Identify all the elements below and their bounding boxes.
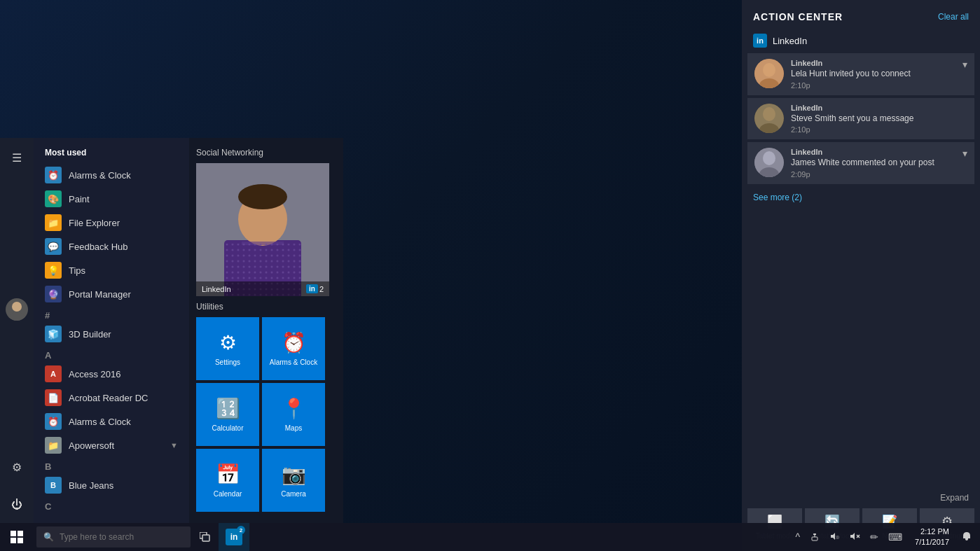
start-menu: ☰ ⚙ ⏻ Most used ⏰ Alarms & Clock 🎨 Paint… [0, 138, 343, 523]
linkedin-taskbar-button[interactable]: in 2 [219, 523, 249, 551]
notification-james[interactable]: LinkedIn James White commented on your p… [747, 142, 974, 184]
search-box[interactable]: 🔍 [36, 526, 191, 547]
maps-tile[interactable]: 📍 Maps [262, 383, 325, 446]
settings-tile-icon: ⚙ [219, 331, 237, 354]
tray-network-icon[interactable] [807, 530, 822, 545]
app-item-tips[interactable]: 💡 Tips [34, 258, 189, 282]
notif-expand-lela[interactable]: ▾ [962, 59, 967, 70]
app-item-portal-manager[interactable]: 🔮 Portal Manager [34, 282, 189, 306]
svg-point-17 [763, 151, 775, 165]
file-explorer-icon: 📁 [45, 214, 62, 231]
hamburger-menu-icon[interactable]: ☰ [4, 145, 29, 170]
app-item-alarms-clock-2[interactable]: ⏰ Alarms & Clock [34, 410, 189, 433]
notif-message-james: James White commented on your post [791, 158, 953, 169]
utilities-header: Utilities [196, 302, 336, 312]
user-avatar[interactable] [6, 298, 28, 321]
linkedin-in-icon: in [306, 284, 318, 293]
linkedin-social-tile[interactable]: LinkedIn in 2 [196, 163, 329, 296]
calculator-tile-label: Calculator [212, 424, 243, 432]
linkedin-taskbar-icon: in 2 [226, 529, 242, 545]
linkedin-group-label: LinkedIn [773, 36, 807, 46]
svg-rect-20 [18, 531, 23, 536]
action-center: ACTION CENTER Clear all in LinkedIn Link… [742, 0, 980, 551]
app-item-access-2016[interactable]: A Access 2016 [34, 362, 189, 386]
svg-point-6 [238, 184, 287, 209]
avatar-steve [754, 104, 784, 133]
svg-rect-25 [812, 537, 817, 540]
app-item-file-explorer[interactable]: 📁 File Explorer [34, 211, 189, 235]
alarms-tile[interactable]: ⏰ Alarms & Clock [262, 317, 325, 380]
app-item-paint[interactable]: 🎨 Paint [34, 187, 189, 211]
notification-steve[interactable]: LinkedIn Steve Smith sent you a message … [747, 98, 974, 140]
notif-time-lela: 2:10p [791, 81, 953, 90]
linkedin-group-header: in LinkedIn [742, 31, 980, 52]
svg-rect-21 [11, 538, 16, 543]
tray-keyboard-icon[interactable]: ⌨ [885, 530, 905, 544]
app-label-blue-jeans: Blue Jeans [69, 480, 113, 491]
apowersoft-expand-arrow: ▼ [170, 441, 178, 449]
notif-time-steve: 2:10p [791, 125, 967, 134]
social-networking-header: Social Networking [196, 148, 336, 158]
svg-marker-31 [850, 533, 855, 540]
tray-volume-icon[interactable]: ))) [827, 530, 842, 545]
notification-lela[interactable]: LinkedIn Lela Hunt invited you to connec… [747, 53, 974, 95]
app-item-acrobat[interactable]: 📄 Acrobat Reader DC [34, 386, 189, 410]
app-item-alarms-clock[interactable]: ⏰ Alarms & Clock [34, 163, 189, 187]
notification-tray-icon[interactable] [959, 530, 974, 545]
settings-tile[interactable]: ⚙ Settings [196, 317, 259, 380]
see-more-button[interactable]: See more (2) [742, 186, 980, 209]
alarms-clock-2-icon: ⏰ [45, 413, 62, 430]
task-view-button[interactable] [193, 523, 219, 551]
app-label-alarms-clock-2: Alarms & Clock [69, 417, 131, 427]
search-icon: 🔍 [43, 532, 54, 542]
power-sidebar-icon[interactable]: ⏻ [4, 492, 29, 517]
acrobat-icon: 📄 [45, 389, 62, 406]
notif-content-james: LinkedIn James White commented on your p… [791, 148, 953, 179]
system-tray: ^ ))) ✏ ⌨ 2:12 PM 7/11/ [792, 526, 980, 548]
svg-point-11 [763, 63, 775, 77]
notif-content-lela: LinkedIn Lela Hunt invited you to connec… [791, 59, 953, 90]
svg-rect-27 [813, 533, 816, 535]
notif-expand-james[interactable]: ▾ [962, 148, 967, 159]
notif-time-james: 2:09p [791, 170, 953, 179]
settings-sidebar-icon[interactable]: ⚙ [4, 454, 29, 480]
tray-chevron-icon[interactable]: ^ [792, 530, 803, 544]
start-button[interactable] [0, 523, 34, 551]
app-label-access-2016: Access 2016 [69, 369, 120, 379]
app-item-apowersoft[interactable]: 📁 Apowersoft ▼ [34, 433, 189, 457]
clock-time: 2:12 PM [915, 526, 949, 537]
taskbar: 🔍 in 2 ^ ))) [0, 523, 980, 551]
calculator-tile-icon: 🔢 [216, 397, 240, 420]
section-hash: # [34, 306, 189, 322]
app-label-file-explorer: File Explorer [69, 218, 120, 228]
blue-jeans-icon: B [45, 477, 62, 494]
calendar-tile[interactable]: 📅 Calendar [196, 449, 259, 512]
windows-logo-icon [11, 531, 23, 543]
app-label-alarms-clock: Alarms & Clock [69, 170, 131, 181]
app-item-3d-builder[interactable]: 🧊 3D Builder [34, 322, 189, 346]
alarms-clock-icon: ⏰ [45, 167, 62, 183]
svg-point-0 [12, 302, 22, 312]
clock[interactable]: 2:12 PM 7/11/2017 [909, 526, 955, 548]
app-label-apowersoft: Apowersoft [69, 440, 114, 451]
notif-app-lela: LinkedIn [791, 59, 953, 67]
tray-mute-icon[interactable] [846, 530, 863, 545]
feedback-hub-icon: 💬 [45, 238, 62, 255]
clear-all-button[interactable]: Clear all [938, 12, 969, 22]
app-item-feedback-hub[interactable]: 💬 Feedback Hub [34, 235, 189, 258]
expand-row[interactable]: Expand [742, 487, 980, 505]
calculator-tile[interactable]: 🔢 Calculator [196, 383, 259, 446]
action-center-header: ACTION CENTER Clear all [742, 0, 980, 31]
tray-pen-icon[interactable]: ✏ [867, 530, 881, 544]
svg-point-1 [8, 312, 25, 321]
camera-tile[interactable]: 📷 Camera [262, 449, 325, 512]
linkedin-taskbar-badge: 2 [237, 526, 245, 534]
search-input[interactable] [60, 532, 172, 542]
svg-rect-24 [202, 535, 209, 541]
app-item-blue-jeans[interactable]: B Blue Jeans [34, 473, 189, 497]
svg-text:))): ))) [836, 535, 839, 539]
avatar-james [754, 148, 784, 177]
paint-icon: 🎨 [45, 190, 62, 207]
svg-point-14 [763, 107, 775, 121]
social-tile-footer: LinkedIn in 2 [196, 281, 329, 296]
